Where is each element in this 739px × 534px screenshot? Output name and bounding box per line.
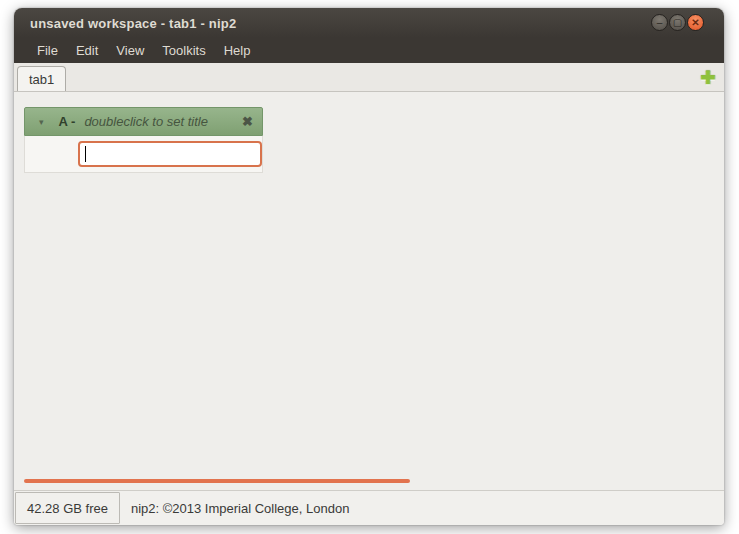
maximize-button[interactable]: ▢ [669, 14, 686, 31]
menu-view[interactable]: View [107, 40, 153, 61]
minimize-icon: – [657, 18, 663, 28]
menu-edit[interactable]: Edit [67, 40, 107, 61]
free-space-box: 42.28 GB free [15, 492, 120, 524]
workspace-area[interactable]: ▾ A - doubleclick to set title ✖ [14, 92, 724, 490]
column-header[interactable]: ▾ A - doubleclick to set title ✖ [24, 107, 263, 136]
horizontal-scrollbar[interactable] [24, 479, 410, 483]
column-label: A - [59, 114, 76, 129]
column-close-icon[interactable]: ✖ [242, 114, 253, 129]
minimize-button[interactable]: – [651, 14, 668, 31]
column-title-placeholder[interactable]: doubleclick to set title [84, 114, 208, 129]
collapse-column-icon[interactable]: ▾ [39, 117, 44, 127]
column-body [24, 136, 263, 173]
menu-file[interactable]: File [28, 40, 67, 61]
titlebar[interactable]: unsaved workspace - tab1 - nip2 – ▢ ✕ [14, 8, 724, 38]
window-title: unsaved workspace - tab1 - nip2 [30, 16, 236, 31]
menubar: File Edit View Toolkits Help [14, 38, 724, 63]
maximize-icon: ▢ [673, 18, 682, 28]
close-button[interactable]: ✕ [687, 14, 704, 31]
workspace-column-a: ▾ A - doubleclick to set title ✖ [24, 107, 263, 173]
tab-tab1[interactable]: tab1 [17, 66, 66, 91]
app-window: unsaved workspace - tab1 - nip2 – ▢ ✕ Fi… [14, 8, 724, 525]
menu-help[interactable]: Help [215, 40, 260, 61]
menu-toolkits[interactable]: Toolkits [153, 40, 214, 61]
copyright-text: nip2: ©2013 Imperial College, London [120, 491, 349, 525]
tab-strip: tab1 ✚ [14, 63, 724, 92]
close-icon: ✕ [691, 18, 699, 28]
tab-label: tab1 [29, 72, 54, 87]
plus-icon: ✚ [700, 67, 715, 89]
text-caret [85, 146, 86, 162]
window-controls: – ▢ ✕ [651, 14, 704, 31]
formula-input[interactable] [78, 141, 262, 167]
add-tab-button[interactable]: ✚ [698, 68, 718, 88]
free-space-label: 42.28 GB free [27, 501, 108, 516]
statusbar: 42.28 GB free nip2: ©2013 Imperial Colle… [14, 490, 724, 525]
